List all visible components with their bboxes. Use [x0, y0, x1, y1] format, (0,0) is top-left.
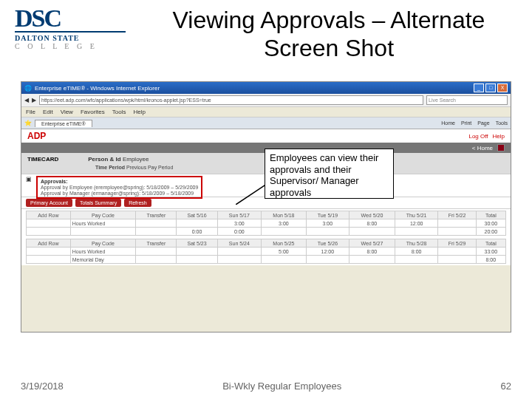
col-day: Sat 5/23 [177, 239, 218, 248]
slide-title: Viewing Approvals – Alternate Screen Sho… [140, 6, 517, 63]
table-header-row: Add Row Pay Code Transfer Sat 5/23 Sun 5… [27, 239, 506, 248]
cell[interactable]: 0:00 [177, 228, 218, 236]
cell[interactable] [306, 228, 349, 236]
expand-icon[interactable]: ▣ [26, 176, 32, 183]
col-day: Fri 5/29 [438, 239, 476, 248]
cell[interactable] [177, 256, 218, 264]
back-icon[interactable]: ◀ [24, 97, 29, 103]
col-transfer: Transfer [136, 211, 177, 219]
cell[interactable]: 8:00 [349, 219, 395, 228]
cell[interactable]: 3:00 [217, 219, 261, 228]
cell[interactable] [395, 256, 438, 264]
cell[interactable]: 12:00 [306, 248, 349, 256]
cell[interactable]: 5:00 [261, 248, 306, 256]
cell[interactable]: 8:00 [395, 248, 438, 256]
cell[interactable] [136, 256, 177, 264]
logoff-link[interactable]: Log Off [468, 133, 488, 140]
address-bar[interactable]: https://eet.adp.com/wfc/applications/wpk… [39, 95, 423, 105]
cell[interactable]: 3:00 [306, 219, 349, 228]
period-label: Time Period [95, 165, 125, 170]
search-box[interactable]: Live Search [426, 95, 508, 105]
col-day: Sun 5/17 [217, 211, 261, 219]
tool-print[interactable]: Print [461, 120, 471, 126]
cell[interactable]: 3:00 [261, 219, 306, 228]
cell-paycode[interactable]: Hours Worked [70, 248, 136, 256]
cell[interactable] [177, 219, 218, 228]
col-day: Sun 5/24 [217, 239, 261, 248]
menu-favorites[interactable]: Favorites [81, 109, 105, 115]
tool-home[interactable]: Home [441, 120, 455, 126]
col-total: Total [476, 239, 505, 248]
cell[interactable] [27, 219, 71, 228]
cell-total: 20:00 [476, 228, 505, 236]
cell[interactable] [70, 228, 136, 236]
cell[interactable]: 8:00 [349, 248, 395, 256]
cell-paycode[interactable]: Memorial Day [70, 256, 136, 264]
cell[interactable] [306, 256, 349, 264]
col-day: Thu 5/28 [395, 239, 438, 248]
person-value: Employee [123, 156, 149, 163]
cell[interactable] [217, 256, 261, 264]
cell[interactable]: 0:00 [217, 228, 261, 236]
tool-tools[interactable]: Tools [496, 120, 508, 126]
cell[interactable] [261, 256, 306, 264]
col-addrow: Add Row [27, 211, 71, 219]
cell[interactable] [349, 228, 395, 236]
browser-tab[interactable]: Enterprise eTIME® [35, 120, 92, 127]
timecard-label: TIMECARD [27, 156, 58, 163]
col-day: Sat 5/16 [177, 211, 218, 219]
cell-paycode[interactable]: Hours Worked [70, 219, 136, 228]
col-day: Mon 5/18 [261, 211, 306, 219]
approval-line-2: Approval by Manager (ermanager@spring): … [41, 191, 198, 196]
cell[interactable] [27, 256, 71, 264]
cell[interactable] [438, 228, 476, 236]
logo-name: DALTON STATE [15, 34, 126, 42]
cell[interactable] [438, 256, 476, 264]
adp-logo: ADP [27, 131, 46, 141]
menu-edit[interactable]: Edit [43, 109, 53, 115]
tool-page[interactable]: Page [477, 120, 489, 126]
cell[interactable] [136, 228, 177, 236]
menu-help[interactable]: Help [133, 109, 145, 115]
person-label: Person & Id [88, 156, 120, 163]
cell[interactable] [217, 248, 261, 256]
refresh-button[interactable]: Refresh [124, 199, 151, 207]
menu-view[interactable]: View [61, 109, 73, 115]
close-button[interactable]: X [497, 83, 508, 92]
tab-row: ⭐ Enterprise eTIME® Home Print Page Tool… [21, 117, 511, 129]
cell[interactable]: 12:00 [395, 219, 438, 228]
nav-icon[interactable] [497, 144, 505, 151]
home-link[interactable]: < Home [472, 145, 493, 151]
cell[interactable] [395, 228, 438, 236]
cell[interactable] [177, 248, 218, 256]
table-row: Hours Worked 3:00 3:00 3:00 8:00 12:00 3… [27, 219, 506, 228]
forward-icon[interactable]: ▶ [32, 97, 36, 103]
logo-abbr: DSC [15, 7, 126, 30]
cell[interactable] [261, 228, 306, 236]
callout-box: Employees can view their approvals and t… [265, 149, 394, 199]
cell[interactable] [349, 256, 395, 264]
primary-account-button[interactable]: Primary Account [26, 199, 72, 207]
col-day: Wed 5/27 [349, 239, 395, 248]
timecard-grid-2: Add Row Pay Code Transfer Sat 5/23 Sun 5… [21, 237, 511, 265]
cell-total: 8:00 [476, 256, 505, 264]
menu-tools[interactable]: Tools [112, 109, 126, 115]
cell[interactable] [438, 219, 476, 228]
col-day: Mon 5/25 [261, 239, 306, 248]
favorites-icon[interactable]: ⭐ [24, 120, 32, 126]
footer-page: 62 [501, 381, 511, 392]
college-logo: DSC DALTON STATE C O L L E G E [15, 7, 126, 63]
footer-date: 3/19/2018 [21, 381, 64, 392]
approvals-highlight: Approvals: Approval by Employee (eremplo… [36, 176, 202, 199]
col-day: Wed 5/20 [349, 211, 395, 219]
menu-file[interactable]: File [26, 109, 35, 115]
help-link[interactable]: Help [493, 133, 505, 140]
cell[interactable] [136, 219, 177, 228]
minimize-button[interactable]: _ [474, 83, 484, 92]
cell[interactable] [27, 248, 71, 256]
totals-summary-button[interactable]: Totals Summary [75, 199, 121, 207]
cell[interactable] [438, 248, 476, 256]
cell[interactable] [27, 228, 71, 236]
maximize-button[interactable]: □ [485, 83, 496, 92]
cell[interactable] [136, 248, 177, 256]
